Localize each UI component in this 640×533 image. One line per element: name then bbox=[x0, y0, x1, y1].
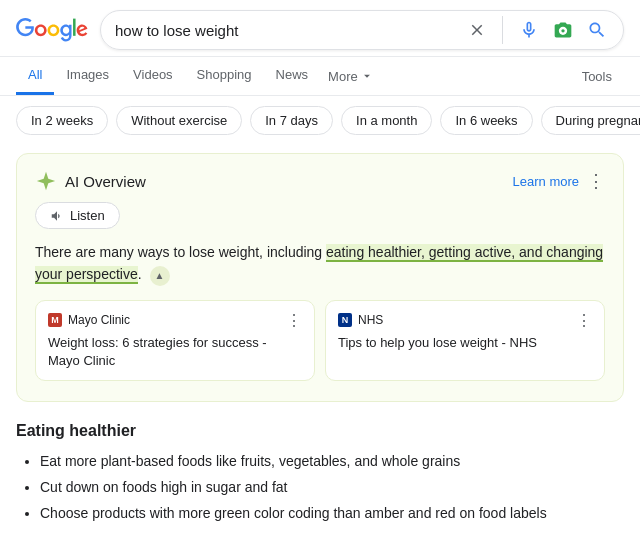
tab-all[interactable]: All bbox=[16, 57, 54, 95]
ai-text-before: There are many ways to lose weight, incl… bbox=[35, 244, 326, 260]
tools-button[interactable]: Tools bbox=[570, 59, 624, 94]
source-0-name: Mayo Clinic bbox=[68, 313, 130, 327]
chevron-down-icon bbox=[360, 69, 374, 83]
google-logo bbox=[16, 15, 88, 45]
filter-chips: In 2 weeks Without exercise In 7 days In… bbox=[0, 96, 640, 145]
more-menu[interactable]: More bbox=[320, 59, 382, 94]
image-search-button[interactable] bbox=[551, 18, 575, 42]
filter-chip-4[interactable]: In 6 weeks bbox=[440, 106, 532, 135]
source-1-title: Tips to help you lose weight - NHS bbox=[338, 334, 592, 352]
listen-button[interactable]: Listen bbox=[35, 202, 120, 229]
source-1-name-row: N NHS bbox=[338, 313, 383, 327]
eating-section: Eating healthier Eat more plant-based fo… bbox=[0, 410, 640, 533]
filter-chip-3[interactable]: In a month bbox=[341, 106, 432, 135]
ai-more-button[interactable]: ⋮ bbox=[587, 170, 605, 192]
ai-overview-text: There are many ways to lose weight, incl… bbox=[35, 241, 605, 286]
tab-shopping[interactable]: Shopping bbox=[185, 57, 264, 95]
ai-title-row: AI Overview bbox=[35, 170, 146, 192]
filter-chip-2[interactable]: In 7 days bbox=[250, 106, 333, 135]
clear-icon bbox=[468, 21, 486, 39]
more-label: More bbox=[328, 69, 358, 84]
source-0-more-button[interactable]: ⋮ bbox=[286, 311, 302, 330]
ai-text-after: . bbox=[138, 266, 142, 282]
svg-point-0 bbox=[561, 29, 564, 32]
ai-overview-header: AI Overview Learn more ⋮ bbox=[35, 170, 605, 192]
search-button[interactable] bbox=[585, 18, 609, 42]
eating-bullet-list: Eat more plant-based foods like fruits, … bbox=[16, 450, 624, 533]
source-cards: M Mayo Clinic ⋮ Weight loss: 6 strategie… bbox=[35, 300, 605, 381]
filter-chip-0[interactable]: In 2 weeks bbox=[16, 106, 108, 135]
divider bbox=[502, 16, 503, 44]
search-input[interactable] bbox=[115, 22, 458, 39]
ai-overview-section: AI Overview Learn more ⋮ Listen There ar… bbox=[16, 153, 624, 402]
mic-icon bbox=[519, 20, 539, 40]
source-card-0[interactable]: M Mayo Clinic ⋮ Weight loss: 6 strategie… bbox=[35, 300, 315, 381]
source-0-name-row: M Mayo Clinic bbox=[48, 313, 130, 327]
header bbox=[0, 0, 640, 57]
camera-icon bbox=[553, 20, 573, 40]
speaker-icon bbox=[50, 209, 64, 223]
listen-label: Listen bbox=[70, 208, 105, 223]
tab-images[interactable]: Images bbox=[54, 57, 121, 95]
bullet-item-1: Cut down on foods high in sugar and fat bbox=[40, 476, 624, 500]
bullet-item-2: Choose products with more green color co… bbox=[40, 502, 624, 526]
source-0-title: Weight loss: 6 strategies for success - … bbox=[48, 334, 302, 370]
eating-section-title: Eating healthier bbox=[16, 422, 624, 440]
source-0-favicon: M bbox=[48, 313, 62, 327]
ai-actions: Learn more ⋮ bbox=[513, 170, 605, 192]
tab-news[interactable]: News bbox=[264, 57, 321, 95]
filter-chip-5[interactable]: During pregnancy bbox=[541, 106, 640, 135]
voice-search-button[interactable] bbox=[517, 18, 541, 42]
collapse-button[interactable]: ▲ bbox=[150, 266, 170, 286]
bullet-item-3: Prepare meals at home and carry bag lunc… bbox=[40, 528, 624, 533]
filter-chip-1[interactable]: Without exercise bbox=[116, 106, 242, 135]
tab-videos[interactable]: Videos bbox=[121, 57, 185, 95]
nav-tabs: All Images Videos Shopping News More Too… bbox=[0, 57, 640, 96]
source-1-favicon: N bbox=[338, 313, 352, 327]
search-bar[interactable] bbox=[100, 10, 624, 50]
search-icon bbox=[587, 20, 607, 40]
source-card-1-header: N NHS ⋮ bbox=[338, 311, 592, 330]
ai-overview-title: AI Overview bbox=[65, 173, 146, 190]
ai-spark-icon bbox=[35, 170, 57, 192]
svg-marker-1 bbox=[37, 172, 55, 190]
clear-button[interactable] bbox=[466, 19, 488, 41]
source-1-more-button[interactable]: ⋮ bbox=[576, 311, 592, 330]
source-card-0-header: M Mayo Clinic ⋮ bbox=[48, 311, 302, 330]
source-card-1[interactable]: N NHS ⋮ Tips to help you lose weight - N… bbox=[325, 300, 605, 381]
source-1-name: NHS bbox=[358, 313, 383, 327]
bullet-item-0: Eat more plant-based foods like fruits, … bbox=[40, 450, 624, 474]
learn-more-link[interactable]: Learn more bbox=[513, 174, 579, 189]
